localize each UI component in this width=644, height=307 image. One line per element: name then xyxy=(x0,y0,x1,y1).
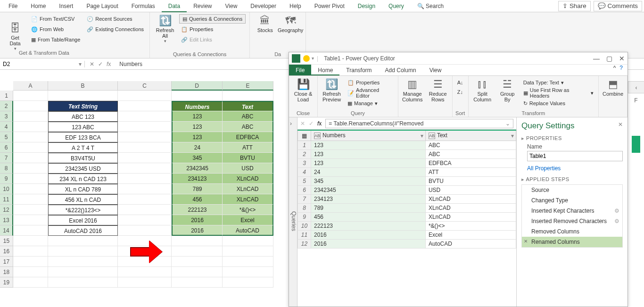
cell[interactable] xyxy=(13,174,48,184)
cell[interactable]: 456 XL n CAD xyxy=(48,194,118,205)
geography-button[interactable]: 🗺Geography xyxy=(279,14,302,33)
cell[interactable] xyxy=(13,236,48,246)
close-icon[interactable]: ✕ xyxy=(618,121,623,128)
tab-home[interactable]: Home xyxy=(24,0,52,12)
cell[interactable]: 123 xyxy=(172,122,223,132)
pq-formula-input[interactable]: = Table.RenameColumns(#"Removed ⌄ xyxy=(325,119,513,128)
cell[interactable] xyxy=(118,174,172,184)
cell[interactable] xyxy=(13,277,48,288)
sort-asc-button[interactable]: A↓ xyxy=(455,78,465,87)
stocks-button[interactable]: 🏛Stocks xyxy=(254,14,276,33)
tab-developer[interactable]: Developer xyxy=(244,0,283,12)
cell[interactable] xyxy=(48,236,118,246)
pq-row-number[interactable]: 2 xyxy=(298,150,311,159)
pq-tab-file[interactable]: File xyxy=(289,65,311,75)
pq-cell[interactable]: XLnCAD xyxy=(425,195,516,204)
tab-power-pivot[interactable]: Power Pivot xyxy=(308,0,351,12)
pq-titlebar[interactable]: ▾ | Table1 - Power Query Editor — ▢ ✕ xyxy=(289,52,627,65)
pq-cell[interactable]: AutoCAD xyxy=(425,240,516,249)
fx-icon[interactable]: fx xyxy=(317,120,322,127)
pq-row-number[interactable]: 4 xyxy=(298,168,311,177)
column-header-A[interactable]: A xyxy=(13,81,48,91)
cell[interactable] xyxy=(118,91,172,101)
tab-review[interactable]: Review xyxy=(187,0,218,12)
manage-columns-button[interactable]: ▥Manage Columns xyxy=(401,78,424,102)
cell[interactable] xyxy=(13,111,48,122)
replace-values-button[interactable]: ↻Replace Values xyxy=(521,99,595,108)
refresh-all-button[interactable]: 🔃 Refresh All▾ xyxy=(154,14,176,43)
cell[interactable] xyxy=(118,205,172,215)
cell[interactable] xyxy=(172,267,223,277)
cell[interactable]: *&()<> xyxy=(223,205,273,215)
applied-steps-section[interactable]: APPLIED STEPS xyxy=(521,176,623,183)
tab-design[interactable]: Design xyxy=(351,0,382,12)
cell[interactable]: ABC xyxy=(223,122,273,132)
cell[interactable]: EDF 123 BCA xyxy=(48,132,118,142)
comments-button[interactable]: 💬Comments xyxy=(594,1,642,11)
fx-icon[interactable]: fx xyxy=(107,61,111,67)
cell[interactable]: AutoCAD 2016 xyxy=(48,225,118,236)
row-header[interactable]: 17 xyxy=(0,257,13,267)
pq-row-number[interactable]: 10 xyxy=(298,222,311,231)
data-type-button[interactable]: Data Type: Text ▾ xyxy=(521,78,595,87)
cell[interactable] xyxy=(48,277,118,288)
column-header-E[interactable]: E xyxy=(223,81,273,91)
chevron-up-icon[interactable]: ^ xyxy=(613,65,616,75)
search-button[interactable]: 🔍 Search xyxy=(411,0,450,12)
pq-cell[interactable]: XLnCAD xyxy=(425,213,516,222)
cell[interactable] xyxy=(48,267,118,277)
cell[interactable] xyxy=(13,184,48,194)
pq-cell[interactable]: *&()<> xyxy=(425,222,516,231)
sort-desc-button[interactable]: Z↓ xyxy=(455,87,465,97)
column-header-D[interactable]: D xyxy=(172,81,223,91)
cell[interactable]: B3V4T5U xyxy=(48,153,118,163)
cell[interactable]: 234123 xyxy=(172,174,223,184)
cell[interactable]: A 2 T 4 T xyxy=(48,142,118,153)
pq-cell[interactable]: BVTU xyxy=(425,177,516,186)
pq-tab-view[interactable]: View xyxy=(423,65,448,75)
pq-cell[interactable]: 234123 xyxy=(311,195,426,204)
cell[interactable] xyxy=(118,184,172,194)
minimize-icon[interactable]: — xyxy=(593,55,600,62)
cell[interactable]: XL n CAD 789 xyxy=(48,184,118,194)
row-header[interactable]: 10 xyxy=(0,184,13,194)
row-header[interactable]: 1 xyxy=(0,91,13,101)
chevron-down-icon[interactable]: ▾ xyxy=(79,61,82,67)
cell[interactable]: 345 xyxy=(172,153,223,163)
close-load-button[interactable]: 💾Close & Load xyxy=(292,78,314,102)
pq-cell[interactable]: 345 xyxy=(311,177,426,186)
cell[interactable] xyxy=(223,246,273,257)
first-row-headers-button[interactable]: ▦Use First Row as Headers ▾ xyxy=(521,88,595,98)
cell[interactable] xyxy=(172,91,223,101)
pq-cell[interactable]: 123 xyxy=(311,159,426,168)
pq-row-number[interactable]: 11 xyxy=(298,231,311,240)
refresh-preview-button[interactable]: 🔃Refresh Preview xyxy=(321,78,343,102)
row-header[interactable]: 3 xyxy=(0,111,13,122)
pq-col-numbers[interactable]: ABNumbers▾ xyxy=(311,130,426,141)
cell[interactable] xyxy=(13,153,48,163)
cell[interactable] xyxy=(48,91,118,101)
gear-icon[interactable]: ⚙ xyxy=(614,207,619,214)
cell[interactable] xyxy=(13,122,48,132)
row-header[interactable]: 8 xyxy=(0,163,13,174)
maximize-icon[interactable]: ▢ xyxy=(606,55,612,62)
cell[interactable] xyxy=(13,205,48,215)
cell[interactable]: ABC 123 xyxy=(48,111,118,122)
cell[interactable]: 24 xyxy=(172,142,223,153)
column-header-C[interactable]: C xyxy=(118,81,172,91)
tab-file[interactable]: File xyxy=(2,0,24,12)
from-text-csv-button[interactable]: 📄From Text/CSV xyxy=(29,14,82,24)
cell[interactable]: 789 xyxy=(172,184,223,194)
pq-cell[interactable]: ATT xyxy=(425,168,516,177)
cell[interactable]: 456 xyxy=(172,194,223,205)
cell[interactable]: EDFBCA xyxy=(223,132,273,142)
tab-query[interactable]: Query xyxy=(382,0,411,12)
pq-cell[interactable]: USD xyxy=(425,186,516,195)
cell[interactable]: AutoCAD xyxy=(223,225,273,236)
cell[interactable] xyxy=(172,277,223,288)
tab-page-layout[interactable]: Page Layout xyxy=(80,0,124,12)
row-header[interactable]: 5 xyxy=(0,132,13,142)
existing-connections-button[interactable]: 🔗Existing Connections xyxy=(85,25,146,34)
cell[interactable]: XLnCAD xyxy=(223,174,273,184)
row-header[interactable]: 4 xyxy=(0,122,13,132)
